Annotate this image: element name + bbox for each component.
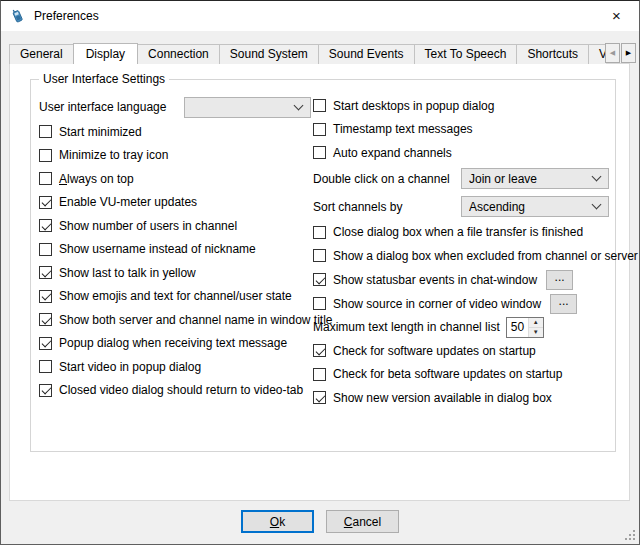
checkbox[interactable] <box>313 249 326 262</box>
check-row-software-updates[interactable]: Check for software updates on startup <box>313 339 609 363</box>
checkbox[interactable] <box>39 196 52 209</box>
max-text-length-spinner[interactable]: 50 ▲ ▼ <box>506 317 544 338</box>
check-label: Always on top <box>59 172 134 186</box>
double-click-row: Double click on a channel Join or leave <box>313 165 609 193</box>
check-row-closed-video-return[interactable]: Closed video dialog should return to vid… <box>39 379 311 403</box>
button-row: Ok Cancel <box>1 510 639 533</box>
checkbox[interactable] <box>39 313 52 326</box>
checkbox[interactable] <box>313 344 326 357</box>
check-row-excluded-dialog[interactable]: Show a dialog box when excluded from cha… <box>313 244 609 268</box>
checkbox[interactable] <box>313 273 326 286</box>
check-label: Show number of users in channel <box>59 219 237 233</box>
tab-general[interactable]: General <box>9 44 74 64</box>
check-label: Minimize to tray icon <box>59 148 168 162</box>
check-label: Check for beta software updates on start… <box>333 367 562 381</box>
close-icon[interactable]: × <box>594 1 639 30</box>
double-click-value: Join or leave <box>469 172 593 186</box>
check-label: Show statusbar events in chat-window <box>333 273 537 287</box>
check-row-emojis[interactable]: Show emojis and text for channel/user st… <box>39 285 311 309</box>
check-row-auto-expand[interactable]: Auto expand channels <box>313 141 609 165</box>
check-label: Show both server and channel name in win… <box>59 313 333 327</box>
language-combobox[interactable] <box>184 97 311 118</box>
check-label: Auto expand channels <box>333 146 452 160</box>
statusbar-events-row: Show statusbar events in chat-window ... <box>313 268 609 292</box>
check-label: Popup dialog when receiving text message <box>59 336 287 350</box>
spinner-up-icon[interactable]: ▲ <box>529 318 543 328</box>
checkbox[interactable] <box>313 368 326 381</box>
check-row-show-user-count[interactable]: Show number of users in channel <box>39 214 311 238</box>
checkbox[interactable] <box>39 290 52 303</box>
check-row-new-version-dialog[interactable]: Show new version available in dialog box <box>313 386 609 410</box>
checkbox[interactable] <box>313 146 326 159</box>
check-row-username-instead-nickname[interactable]: Show username instead of nickname <box>39 238 311 262</box>
check-row-always-on-top[interactable]: Always on top <box>39 167 311 191</box>
preferences-dialog: Preferences × General Display Connection… <box>0 0 640 545</box>
tab-connection[interactable]: Connection <box>137 44 220 64</box>
resize-grip[interactable] <box>624 529 636 541</box>
ok-button[interactable]: Ok <box>241 510 314 533</box>
check-label: Enable VU-meter updates <box>59 195 197 209</box>
checkbox[interactable] <box>39 360 52 373</box>
cancel-button-label: Cancel <box>344 515 381 529</box>
tab-scroller: ◀ ▶ <box>605 43 636 63</box>
checkbox[interactable] <box>313 297 326 310</box>
statusbar-events-more-button[interactable]: ... <box>546 270 573 290</box>
user-interface-settings-group: User Interface Settings User interface l… <box>30 79 616 452</box>
tab-video[interactable]: Video <box>588 44 606 64</box>
tab-text-to-speech[interactable]: Text To Speech <box>414 44 518 64</box>
checkbox[interactable] <box>39 243 52 256</box>
group-title: User Interface Settings <box>39 72 169 86</box>
max-text-length-value: 50 <box>507 318 528 337</box>
chevron-down-icon <box>294 100 304 110</box>
checkbox[interactable] <box>39 384 52 397</box>
tab-sound-system[interactable]: Sound System <box>219 44 319 64</box>
check-row-video-popup[interactable]: Start video in popup dialog <box>39 355 311 379</box>
tab-scroll-right-icon[interactable]: ▶ <box>621 43 636 63</box>
check-label: Show source in corner of video window <box>333 297 541 311</box>
check-row-desktops-popup[interactable]: Start desktops in popup dialog <box>313 94 609 118</box>
check-row-timestamp-messages[interactable]: Timestamp text messages <box>313 118 609 142</box>
checkbox[interactable] <box>313 123 326 136</box>
checkbox[interactable] <box>313 391 326 404</box>
double-click-label: Double click on a channel <box>313 172 450 186</box>
check-label: Start video in popup dialog <box>59 360 201 374</box>
checkbox[interactable] <box>39 219 52 232</box>
sort-channels-combobox[interactable]: Ascending <box>461 196 609 217</box>
video-source-more-button[interactable]: ... <box>550 294 577 314</box>
sort-channels-value: Ascending <box>469 200 593 214</box>
checkbox[interactable] <box>313 226 326 239</box>
check-label: Show a dialog box when excluded from cha… <box>333 249 638 263</box>
check-label: Timestamp text messages <box>333 122 473 136</box>
checkbox[interactable] <box>39 172 52 185</box>
tab-sound-events[interactable]: Sound Events <box>318 44 415 64</box>
check-row-close-on-transfer[interactable]: Close dialog box when a file transfer is… <box>313 221 609 245</box>
right-column: Start desktops in popup dialog Timestamp… <box>313 94 609 410</box>
checkbox[interactable] <box>39 266 52 279</box>
check-row-beta-updates[interactable]: Check for beta software updates on start… <box>313 363 609 387</box>
check-row-server-channel-title[interactable]: Show both server and channel name in win… <box>39 308 311 332</box>
checkbox[interactable] <box>39 125 52 138</box>
checkbox[interactable] <box>39 337 52 350</box>
titlebar[interactable]: Preferences × <box>1 1 639 31</box>
left-column: User interface language Start minimized … <box>39 94 311 402</box>
tab-shortcuts[interactable]: Shortcuts <box>516 44 589 64</box>
check-row-popup-text-message[interactable]: Popup dialog when receiving text message <box>39 332 311 356</box>
check-label: Show username instead of nickname <box>59 242 256 256</box>
spinner-down-icon[interactable]: ▼ <box>529 328 543 337</box>
video-source-row: Show source in corner of video window ..… <box>313 292 609 316</box>
display-tab-page: User Interface Settings User interface l… <box>9 63 630 501</box>
check-row-minimize-to-tray[interactable]: Minimize to tray icon <box>39 144 311 168</box>
tab-bar: General Display Connection Sound System … <box>9 42 606 64</box>
check-row-last-to-talk[interactable]: Show last to talk in yellow <box>39 261 311 285</box>
checkbox[interactable] <box>313 99 326 112</box>
check-row-start-minimized[interactable]: Start minimized <box>39 120 311 144</box>
double-click-combobox[interactable]: Join or leave <box>461 168 609 189</box>
chevron-down-icon <box>592 172 602 182</box>
tab-display[interactable]: Display <box>73 43 138 64</box>
chevron-down-icon <box>592 200 602 210</box>
tab-scroll-left-icon[interactable]: ◀ <box>605 43 620 63</box>
cancel-button[interactable]: Cancel <box>326 510 399 533</box>
checkbox[interactable] <box>39 149 52 162</box>
check-row-vu-meter[interactable]: Enable VU-meter updates <box>39 191 311 215</box>
teamtalk-app-icon <box>10 8 26 24</box>
